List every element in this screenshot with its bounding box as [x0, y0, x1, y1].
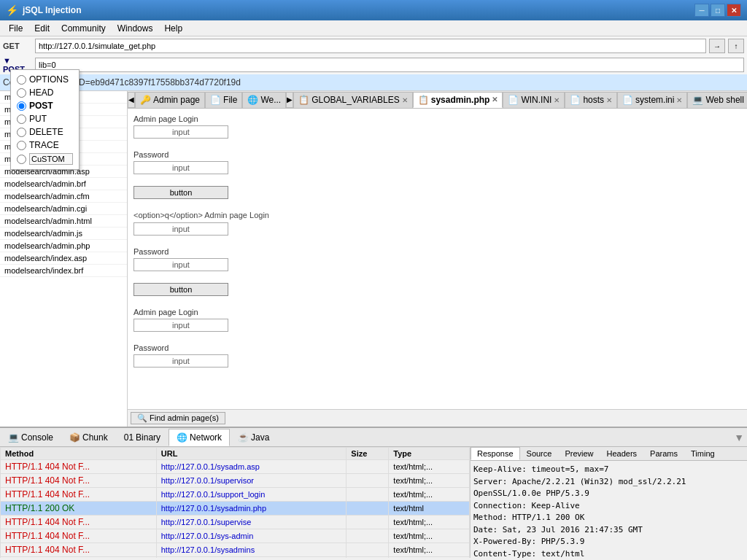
table-row[interactable]: HTTP/1.1 404 Not F...	[1, 557, 157, 559]
list-item[interactable]: modelsearch/admin.php	[0, 240, 127, 252]
resp-tab-source[interactable]: Source	[520, 447, 559, 460]
list-item[interactable]: modelsearch/admin.js	[0, 228, 127, 240]
submit-button-1[interactable]: button	[133, 186, 228, 199]
table-row: text/html;...	[389, 460, 470, 474]
post-value-input[interactable]	[35, 58, 744, 72]
admin-input-2[interactable]: input	[133, 222, 228, 236]
tab-global-variables[interactable]: 📋 GLOBAL_VARIABLES ✕	[293, 92, 413, 108]
option-head[interactable]: HEAD	[12, 86, 77, 99]
tab-network[interactable]: 🌐 Network	[169, 429, 230, 446]
table-row[interactable]: http://127.0.0.1/supervise	[156, 516, 347, 529]
table-row[interactable]: HTTP/1.1 200 OK	[1, 502, 157, 516]
tab-sysini[interactable]: 📄 system.ini ✕	[617, 92, 687, 108]
table-row[interactable]: http://127.0.0.1/sysadmins	[156, 543, 347, 557]
table-row: text/html;...	[389, 529, 470, 543]
menu-community[interactable]: Community	[55, 22, 112, 35]
col-url: URL	[156, 448, 347, 460]
password-section-1: Password input	[133, 150, 741, 174]
option-post[interactable]: POST	[12, 99, 77, 112]
option-put[interactable]: PUT	[12, 112, 77, 125]
resp-tab-params[interactable]: Params	[643, 447, 684, 460]
admin-section-3: Admin page Login input	[133, 308, 741, 332]
get-url-input[interactable]	[35, 39, 706, 53]
option-trace[interactable]: TRACE	[12, 139, 77, 152]
option-custom[interactable]	[12, 152, 77, 166]
menu-help[interactable]: Help	[158, 22, 188, 35]
menu-file[interactable]: File	[3, 22, 28, 35]
option-options[interactable]: OPTIONS	[12, 73, 77, 86]
password-input-1[interactable]: input	[133, 161, 228, 174]
submit-button-2[interactable]: button	[133, 283, 228, 296]
hosts-icon: 📄	[570, 95, 581, 105]
list-item[interactable]: modelsearch/index.asp	[0, 252, 127, 265]
network-table: Method URL Size Type HTTP/1.1 404 Not F.…	[0, 447, 470, 558]
table-row[interactable]: http://127.0.0.1/support_login	[156, 488, 347, 502]
close-button[interactable]: ✕	[727, 4, 741, 17]
tab-webshell[interactable]: 💻 Web shell ✕	[687, 92, 747, 108]
table-row[interactable]: HTTP/1.1 404 Not F...	[1, 488, 157, 502]
password-section-3: Password input	[133, 343, 741, 368]
tab-nav-button[interactable]: ▶	[286, 92, 293, 108]
tab-sysadmin[interactable]: 📋 sysadmin.php ✕	[413, 92, 503, 108]
tab-winini[interactable]: 📄 WIN.INI ✕	[503, 92, 565, 108]
table-row[interactable]: HTTP/1.1 404 Not F...	[1, 529, 157, 543]
table-row[interactable]: http://127.0.0.1/sysadmin.asp	[156, 557, 347, 559]
table-row[interactable]: http://127.0.0.1/sysadm.asp	[156, 460, 347, 474]
list-item[interactable]: modelsearch/admin.brf	[0, 178, 127, 190]
request-area: GET → ↑ ▼ POST OPTIONS HEAD POST PUT DEL…	[0, 36, 747, 91]
scroll-up-button[interactable]: ↑	[728, 39, 744, 53]
maximize-button[interactable]: □	[711, 4, 725, 17]
table-row[interactable]: http://127.0.0.1/supervisor	[156, 474, 347, 488]
list-item[interactable]: modelsearch/admin.html	[0, 215, 127, 228]
tab-content: Admin page Login input Password input bu…	[128, 109, 747, 409]
resp-tab-response[interactable]: Response	[471, 447, 520, 460]
tab-hosts[interactable]: 📄 hosts ✕	[565, 92, 617, 108]
list-item[interactable]: modelsearch/admin.cgi	[0, 203, 127, 215]
table-row	[347, 557, 389, 559]
tab-chunk[interactable]: 📦 Chunk	[61, 429, 116, 446]
tab-prev-button[interactable]: ◀	[128, 92, 135, 108]
web-icon: 🌐	[247, 95, 258, 105]
table-row[interactable]: http://127.0.0.1/sysadmin.php	[156, 502, 347, 516]
admin-login-label-1: Admin page Login	[133, 114, 741, 123]
resp-tab-preview[interactable]: Preview	[558, 447, 600, 460]
menu-edit[interactable]: Edit	[28, 22, 55, 35]
tab-console[interactable]: 💻 Console	[0, 429, 61, 446]
close-global-tab[interactable]: ✕	[402, 96, 408, 104]
table-row[interactable]: http://127.0.0.1/sys-admin	[156, 529, 347, 543]
close-winini-tab[interactable]: ✕	[554, 96, 560, 104]
admin-input-3[interactable]: input	[133, 319, 228, 332]
tab-bar: ◀ 🔑 Admin page 📄 File 🌐 We... ▶ 📋 GLOBAL…	[128, 91, 747, 109]
close-sysini-tab[interactable]: ✕	[676, 96, 682, 104]
table-row[interactable]: HTTP/1.1 404 Not F...	[1, 460, 157, 474]
table-row[interactable]: HTTP/1.1 404 Not F...	[1, 516, 157, 529]
password-label-3: Password	[133, 343, 741, 352]
table-row[interactable]: HTTP/1.1 404 Not F...	[1, 543, 157, 557]
list-item[interactable]: modelsearch/admin.cfm	[0, 190, 127, 203]
tab-admin-page[interactable]: 🔑 Admin page	[135, 92, 205, 108]
window-controls: ─ □ ✕	[694, 4, 741, 17]
list-item[interactable]: modelsearch/index.brf	[0, 265, 127, 277]
password-input-2[interactable]: input	[133, 258, 228, 271]
menu-windows[interactable]: Windows	[112, 22, 159, 35]
admin-input-1[interactable]: input	[133, 125, 228, 139]
custom-method-input[interactable]	[29, 153, 73, 165]
table-row[interactable]: HTTP/1.1 404 Not F...	[1, 474, 157, 488]
resp-tab-headers[interactable]: Headers	[600, 447, 644, 460]
table-row: text/html;...	[389, 516, 470, 529]
tab-file[interactable]: 📄 File	[205, 92, 242, 108]
close-hosts-tab[interactable]: ✕	[606, 96, 612, 104]
network-icon: 🌐	[177, 432, 187, 443]
menubar: File Edit Community Windows Help	[0, 20, 747, 36]
resp-tab-timing[interactable]: Timing	[684, 447, 721, 460]
password-input-3[interactable]: input	[133, 354, 228, 368]
go-button[interactable]: →	[709, 39, 725, 53]
option-delete[interactable]: DELETE	[12, 125, 77, 139]
find-admin-button[interactable]: 🔍 Find admin page(s)	[131, 412, 225, 424]
tabs-area: ◀ 🔑 Admin page 📄 File 🌐 We... ▶ 📋 GLOBAL…	[128, 91, 747, 427]
minimize-button[interactable]: ─	[694, 4, 709, 17]
close-sysadmin-tab[interactable]: ✕	[492, 96, 498, 104]
tab-java[interactable]: ☕ Java	[230, 429, 277, 446]
tab-binary[interactable]: 01 Binary	[116, 429, 169, 446]
tab-we[interactable]: 🌐 We...	[242, 92, 286, 108]
